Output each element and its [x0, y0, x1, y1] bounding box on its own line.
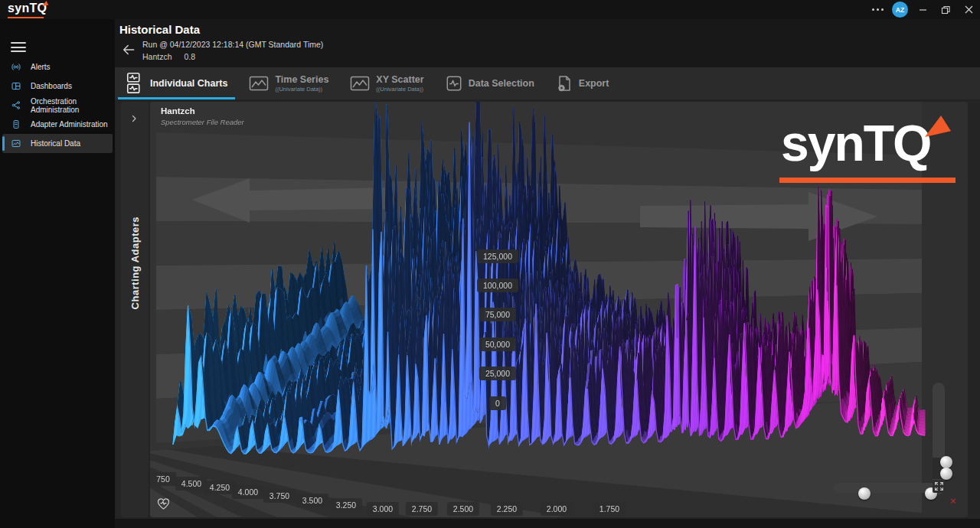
- close-button[interactable]: [960, 2, 977, 18]
- x-axis-tick: 3.750: [263, 489, 296, 503]
- vertical-slider-lower-handle[interactable]: [940, 468, 952, 480]
- data-selection-icon: [446, 75, 462, 92]
- y-axis-tick: 125,000: [477, 249, 518, 263]
- restore-button[interactable]: [937, 2, 954, 18]
- x-axis-tick: 3.250: [330, 498, 362, 512]
- x-axis-tick: 1.750: [593, 502, 626, 516]
- y-axis-tick: 100,000: [477, 279, 518, 292]
- back-arrow-icon: [121, 42, 136, 57]
- user-avatar[interactable]: AZ: [892, 2, 908, 18]
- app-window: synTQ AZ: [0, 0, 980, 528]
- x-axis-tick: 3.000: [367, 502, 399, 516]
- xy-scatter-icon: [350, 75, 370, 92]
- tab-xy-scatter[interactable]: XY Scatter ((Univariate Data)): [339, 67, 434, 99]
- rail-label: Charting Adapters: [129, 217, 141, 309]
- run-timestamp: Run @ 04/12/2023 12:18:14 (GMT Standard …: [142, 40, 323, 49]
- export-icon: [556, 74, 573, 93]
- sidebar-item-label: Alerts: [31, 63, 51, 71]
- y-axis-tick: 75,000: [479, 308, 516, 321]
- sidebar-item-label: Orchestration Administration: [31, 97, 115, 114]
- app-logo: synTQ: [8, 2, 47, 18]
- sidebar-item-alerts[interactable]: Alerts: [0, 57, 115, 77]
- sidebar-item-label: Historical Data: [31, 139, 80, 148]
- x-axis-tick: 2.750: [406, 502, 438, 516]
- bottom-strip: [115, 519, 980, 528]
- app-logo-text: synTQ: [8, 2, 47, 15]
- adapter-icon: [11, 119, 21, 130]
- orchestration-icon: [11, 99, 21, 111]
- charting-adapters-rail[interactable]: Charting Adapters: [121, 102, 149, 517]
- expand-rail-chevron-icon[interactable]: [129, 112, 139, 126]
- syntq-watermark: synTQ: [779, 120, 962, 186]
- watermark-text: synTQ: [781, 114, 930, 172]
- sidebar: Alerts Dashboards Orchestration Administ…: [0, 19, 115, 528]
- tab-sublabel: ((Univariate Data)): [376, 86, 423, 93]
- page-header: Historical Data Run @ 04/12/2023 12:18:1…: [115, 19, 980, 67]
- minimize-button[interactable]: [914, 2, 931, 18]
- sidebar-item-adapter-administration[interactable]: Adapter Administration: [0, 115, 115, 134]
- more-options-button[interactable]: [869, 2, 886, 18]
- alerts-icon: [11, 61, 21, 73]
- tab-sublabel: ((Univariate Data)): [275, 86, 328, 93]
- restore-icon: [941, 5, 950, 15]
- x-axis-tick: 2.000: [541, 502, 573, 516]
- back-button[interactable]: [121, 42, 136, 60]
- tab-label: Data Selection: [469, 78, 534, 89]
- sidebar-item-label: Dashboards: [31, 82, 72, 90]
- individual-charts-icon: [126, 72, 144, 95]
- x-axis-tick: 4.500: [175, 477, 207, 491]
- chart-subtitle: Spectrometer File Reader: [161, 118, 244, 126]
- tab-data-selection[interactable]: Data Selection: [435, 67, 545, 99]
- x-axis-tick: 2.250: [491, 502, 523, 516]
- x-axis-tick: 2.500: [447, 502, 479, 516]
- tab-label: Time Series: [275, 74, 328, 85]
- vertical-slider-upper-handle[interactable]: [940, 456, 952, 468]
- run-version: 0.8: [185, 52, 196, 61]
- chart-health-icon[interactable]: [156, 497, 171, 513]
- tab-label: Individual Charts: [150, 78, 227, 89]
- x-axis-tick: 3.500: [296, 494, 328, 507]
- logo-underline: [8, 17, 44, 18]
- tab-individual-charts[interactable]: Individual Charts: [115, 67, 238, 99]
- chart-panel: Hantzch Spectrometer File Reader synTQ 1…: [150, 102, 968, 517]
- chart-title: Hantzch: [161, 106, 195, 116]
- x-axis-tick: 4.000: [232, 485, 264, 499]
- tab-label: Export: [579, 78, 609, 89]
- sidebar-item-orchestration-administration[interactable]: Orchestration Administration: [0, 96, 115, 115]
- chart-tabs: Individual Charts Time Series ((Univaria…: [115, 67, 980, 100]
- title-bar: synTQ AZ: [0, 0, 980, 19]
- close-icon: [965, 5, 973, 14]
- sidebar-item-label: Adapter Administration: [31, 120, 108, 129]
- reset-view-button[interactable]: [933, 480, 946, 493]
- tab-export[interactable]: Export: [545, 67, 620, 99]
- clear-zoom-button[interactable]: ×: [950, 495, 956, 507]
- x-axis-tick: 4.250: [204, 481, 236, 494]
- minimize-icon: [919, 5, 927, 14]
- menu-toggle-button[interactable]: [11, 42, 26, 52]
- ellipsis-icon: [869, 8, 887, 11]
- dashboards-icon: [11, 80, 21, 92]
- x-axis-tick: 750: [150, 472, 176, 486]
- sidebar-item-dashboards[interactable]: Dashboards: [0, 77, 115, 96]
- horizontal-slider-left-handle[interactable]: [858, 487, 871, 500]
- tab-label: XY Scatter: [376, 74, 423, 85]
- y-axis-tick: 0: [489, 396, 506, 410]
- run-name: Hantzch: [142, 52, 172, 61]
- watermark-underline: [779, 178, 956, 183]
- expand-arrows-icon: [934, 481, 944, 491]
- tab-time-series[interactable]: Time Series ((Univariate Data)): [238, 67, 339, 99]
- historical-data-icon: [11, 138, 21, 149]
- y-axis-tick: 50,000: [479, 337, 516, 351]
- page-title: Historical Data: [119, 23, 200, 36]
- content-area: Charting Adapters Hantzch Spectrometer F…: [115, 100, 980, 519]
- y-axis-tick: 25,000: [479, 367, 516, 380]
- time-series-icon: [249, 75, 269, 92]
- sidebar-item-historical-data[interactable]: Historical Data: [2, 134, 113, 153]
